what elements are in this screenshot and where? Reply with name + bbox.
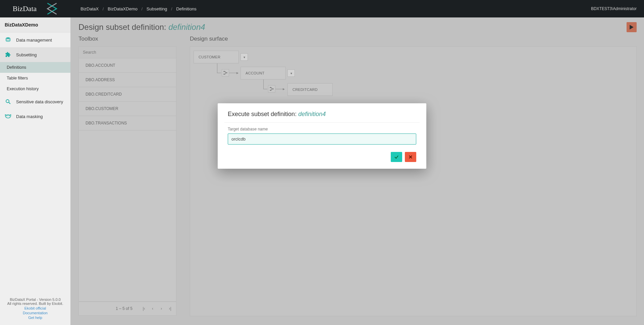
svg-point-1 [6, 38, 10, 39]
sidebar-item-label: Data masking [16, 114, 43, 119]
confirm-button[interactable] [391, 152, 402, 162]
sidebar-item-data-masking[interactable]: Data masking [0, 109, 70, 124]
svg-point-2 [6, 100, 9, 103]
project-name: BizDataXDemo [0, 17, 70, 33]
sidebar-item-label: Subsetting [16, 52, 37, 57]
execute-modal: Execute subset definition: definition4 T… [218, 103, 426, 169]
modal-title: Execute subset definition: definition4 [228, 111, 416, 118]
svg-text:BizData: BizData [13, 5, 37, 13]
sidebar-footer: BizDataX Portal - Version 5.0.0 All righ… [0, 294, 70, 325]
cancel-button[interactable] [405, 152, 416, 162]
app-logo[interactable]: BizData [0, 0, 70, 17]
footer-version: BizDataX Portal - Version 5.0.0 [2, 297, 68, 302]
footer-link-docs[interactable]: Documentation [2, 311, 68, 315]
database-icon [5, 37, 11, 43]
footer-rights: All rights reserved. Built by Ekobit. [2, 302, 68, 306]
svg-point-5 [9, 115, 10, 116]
sidebar-item-label: Sensitive data discovery [16, 99, 63, 104]
breadcrumb: BizDataX / BizDataXDemo / Subsetting / D… [79, 6, 198, 11]
close-icon [409, 155, 413, 159]
breadcrumb-item[interactable]: Subsetting [147, 6, 167, 11]
svg-line-3 [9, 102, 10, 104]
sidebar-sub-definitions[interactable]: Definitions [0, 62, 70, 73]
sidebar-sub-execution-history[interactable]: Execution history [0, 84, 70, 94]
breadcrumb-item[interactable]: BizDataX [80, 6, 99, 11]
puzzle-icon [5, 51, 11, 58]
breadcrumb-item[interactable]: Definitions [176, 6, 197, 11]
check-icon [394, 155, 399, 159]
user-label: BDXTEST3\Administrator [591, 6, 637, 11]
topbar: BizData BizDataX / BizDataXDemo / Subset… [0, 0, 644, 17]
target-db-label: Target database name [228, 127, 416, 131]
sidebar-item-data-management[interactable]: Data management [0, 33, 70, 47]
sidebar-item-subsetting[interactable]: Subsetting [0, 47, 70, 62]
sidebar-item-sensitive-data[interactable]: Sensitive data discovery [0, 94, 70, 109]
mask-icon [5, 113, 11, 120]
sidebar-item-label: Data management [16, 38, 52, 43]
footer-link-help[interactable]: Get help [2, 316, 68, 320]
target-db-input[interactable] [228, 133, 416, 145]
breadcrumb-item[interactable]: BizDataXDemo [108, 6, 138, 11]
svg-point-4 [6, 115, 7, 116]
footer-link-ekobit[interactable]: Ekobit official [2, 306, 68, 310]
sidebar-sub-table-filters[interactable]: Table filters [0, 73, 70, 84]
sidebar: BizDataXDemo Data management Subsetting … [0, 17, 70, 325]
search-icon [5, 98, 11, 105]
modal-scrim[interactable] [70, 17, 644, 325]
